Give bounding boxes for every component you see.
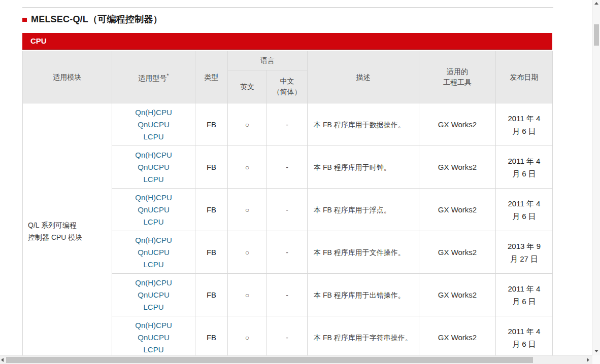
lang-en-cell: ○ — [228, 316, 267, 356]
header-type: 类型 — [195, 51, 228, 103]
description-cell: 本 FB 程序库用于出错操作。 — [308, 274, 419, 316]
scroll-left-icon[interactable] — [1, 358, 4, 362]
models-cell: Qn(H)CPU QnUCPU LCPU — [112, 231, 195, 274]
lang-zh-cell: - — [267, 316, 308, 356]
tool-cell: GX Works2 — [419, 231, 496, 274]
model-link[interactable]: Qn(H)CPU — [112, 149, 195, 161]
top-divider — [22, 7, 553, 8]
release-date-cell: 2011 年 4 月 6 日 — [496, 274, 553, 316]
header-module: 适用模块 — [23, 51, 112, 103]
model-link[interactable]: LCPU — [112, 216, 195, 228]
models-cell: Qn(H)CPU QnUCPU LCPU — [112, 274, 195, 316]
type-cell: FB — [195, 231, 228, 274]
scrollbar-corner — [592, 355, 600, 364]
tool-cell: GX Works2 — [419, 316, 496, 356]
section-heading: MELSEC-Q/L（可编程控制器） — [22, 13, 162, 25]
scroll-down-icon[interactable] — [594, 350, 598, 352]
tool-cell: GX Works2 — [419, 146, 496, 189]
description-cell: 本 FB 程序库用于数据操作。 — [308, 103, 419, 146]
horizontal-scrollbar[interactable] — [0, 355, 592, 364]
page-viewport: MELSEC-Q/L（可编程控制器） CPU 适用模块 适用型号* 类型 语言 … — [0, 0, 592, 355]
red-square-bullet-icon — [22, 18, 27, 22]
lang-en-cell: ○ — [228, 274, 267, 316]
cpu-banner-label: CPU — [30, 37, 47, 45]
tool-cell: GX Works2 — [419, 189, 496, 231]
lang-zh-cell: - — [267, 274, 308, 316]
header-model: 适用型号* — [112, 51, 195, 103]
lang-zh-cell: - — [267, 189, 308, 231]
table-row: Q/L 系列可编程 控制器 CPU 模块 Qn(H)CPU QnUCPU LCP… — [23, 103, 553, 146]
type-cell: FB — [195, 274, 228, 316]
model-link[interactable]: LCPU — [112, 131, 195, 143]
release-date-cell: 2011 年 4 月 6 日 — [496, 189, 553, 231]
lang-zh-cell: - — [267, 103, 308, 146]
models-cell: Qn(H)CPU QnUCPU LCPU — [112, 316, 195, 356]
description-cell: 本 FB 程序库用于文件操作。 — [308, 231, 419, 274]
model-link[interactable]: Qn(H)CPU — [112, 277, 195, 289]
section-title: MELSEC-Q/L（可编程控制器） — [31, 13, 162, 25]
header-description: 描述 — [308, 51, 419, 103]
release-date-cell: 2011 年 4 月 6 日 — [496, 103, 553, 146]
type-cell: FB — [195, 316, 228, 356]
lang-en-cell: ○ — [228, 103, 267, 146]
header-lang-zh: 中文 （简体） — [267, 70, 308, 103]
description-cell: 本 FB 程序库用于字符串操作。 — [308, 316, 419, 356]
header-model-label: 适用型号 — [139, 74, 167, 82]
tool-cell: GX Works2 — [419, 103, 496, 146]
release-date-cell: 2011 年 4 月 6 日 — [496, 316, 553, 356]
model-link[interactable]: QnUCPU — [112, 246, 195, 259]
models-cell: Qn(H)CPU QnUCPU LCPU — [112, 146, 195, 189]
horizontal-scrollbar-thumb[interactable] — [6, 357, 533, 363]
lang-en-cell: ○ — [228, 146, 267, 189]
model-link[interactable]: QnUCPU — [112, 204, 195, 216]
scroll-up-icon[interactable] — [594, 2, 598, 5]
model-link[interactable]: Qn(H)CPU — [112, 192, 195, 204]
header-tool: 适用的 工程工具 — [419, 51, 496, 103]
description-cell: 本 FB 程序库用于时钟。 — [308, 146, 419, 189]
fb-library-table: 适用模块 适用型号* 类型 语言 描述 适用的 工程工具 发布日期 英文 中文 … — [22, 51, 553, 355]
vertical-scrollbar[interactable] — [592, 0, 600, 355]
model-link[interactable]: LCPU — [112, 259, 195, 271]
vertical-scrollbar-thumb[interactable] — [594, 24, 599, 46]
type-cell: FB — [195, 189, 228, 231]
models-cell: Qn(H)CPU QnUCPU LCPU — [112, 103, 195, 146]
lang-en-cell: ○ — [228, 231, 267, 274]
module-group-cell: Q/L 系列可编程 控制器 CPU 模块 — [23, 103, 112, 356]
model-link[interactable]: QnUCPU — [112, 119, 195, 131]
lang-zh-cell: - — [267, 146, 308, 189]
type-cell: FB — [195, 103, 228, 146]
lang-zh-cell: - — [267, 231, 308, 274]
header-language-group: 语言 — [228, 51, 308, 70]
description-cell: 本 FB 程序库用于浮点。 — [308, 189, 419, 231]
model-link[interactable]: QnUCPU — [112, 332, 195, 344]
model-link[interactable]: QnUCPU — [112, 289, 195, 301]
type-cell: FB — [195, 146, 228, 189]
model-link[interactable]: LCPU — [112, 344, 195, 356]
header-model-note: * — [167, 73, 169, 79]
model-link[interactable]: LCPU — [112, 301, 195, 313]
scroll-right-icon[interactable] — [587, 358, 589, 362]
model-link[interactable]: Qn(H)CPU — [112, 234, 195, 246]
cpu-section-banner: CPU — [22, 33, 552, 50]
header-release-date: 发布日期 — [496, 51, 553, 103]
lang-en-cell: ○ — [228, 189, 267, 231]
model-link[interactable]: Qn(H)CPU — [112, 106, 195, 119]
tool-cell: GX Works2 — [419, 274, 496, 316]
release-date-cell: 2011 年 4 月 6 日 — [496, 146, 553, 189]
model-link[interactable]: Qn(H)CPU — [112, 319, 195, 332]
header-lang-en: 英文 — [228, 70, 267, 103]
models-cell: Qn(H)CPU QnUCPU LCPU — [112, 189, 195, 231]
model-link[interactable]: LCPU — [112, 173, 195, 186]
release-date-cell: 2013 年 9 月 27 日 — [496, 231, 553, 274]
model-link[interactable]: QnUCPU — [112, 161, 195, 173]
